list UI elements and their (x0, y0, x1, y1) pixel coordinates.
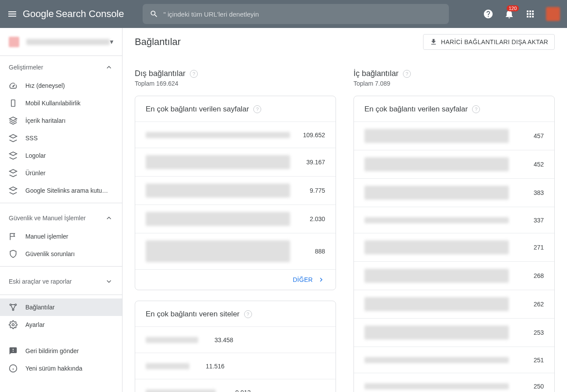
redacted-url (146, 363, 189, 369)
table-row[interactable]: 2.030 (135, 205, 336, 233)
table-row[interactable]: 383 (354, 178, 554, 207)
column-title: Dış bağlantılar (135, 69, 186, 78)
svg-point-6 (10, 304, 11, 305)
chevron-up-icon (105, 214, 113, 222)
row-value: 888 (299, 248, 325, 255)
section-legacy[interactable]: Eski araçlar ve raporlar (0, 270, 122, 291)
menu-icon[interactable] (7, 9, 18, 19)
help-icon[interactable]: ? (403, 70, 411, 78)
mobile-icon (9, 99, 18, 108)
user-avatar[interactable] (546, 7, 560, 21)
nav-label: Logolar (25, 152, 46, 159)
shield-icon (9, 250, 18, 258)
section-label: Geliştirmeler (9, 64, 43, 71)
gear-icon (9, 320, 18, 329)
section-enhancements[interactable]: Geliştirmeler (0, 56, 122, 77)
nav-about[interactable]: Yeni sürüm hakkında (0, 360, 122, 377)
table-row[interactable]: 457 (354, 121, 554, 150)
table-row[interactable]: 268 (354, 261, 554, 290)
nav-speed[interactable]: Hız (deneysel) (0, 77, 122, 94)
table-row[interactable]: 109.652 (135, 121, 336, 148)
row-value: 383 (518, 189, 544, 196)
feedback-icon (9, 347, 18, 355)
layers-icon (9, 151, 18, 160)
notifications-icon[interactable]: 120 (504, 9, 514, 19)
table-row[interactable]: 452 (354, 150, 554, 178)
row-value: 262 (518, 301, 544, 308)
table-row[interactable]: 271 (354, 233, 554, 261)
property-selector[interactable]: ▾ (0, 28, 122, 56)
table-row[interactable]: 337 (354, 207, 554, 233)
info-icon (9, 364, 18, 373)
nav-label: Ayarlar (25, 321, 45, 328)
nav-label: Google Sitelinks arama kutu… (25, 187, 108, 194)
nav-settings[interactable]: Ayarlar (0, 316, 122, 333)
search-input[interactable] (164, 10, 442, 18)
card-top-linking-sites: En çok bağlantı veren siteler? 33.458 11… (135, 301, 336, 392)
redacted-url (146, 212, 290, 226)
table-row[interactable]: 9.912 (135, 379, 336, 392)
nav-security-issues[interactable]: Güvenlik sorunları (0, 245, 122, 263)
divider (0, 266, 122, 267)
table-row[interactable]: 888 (135, 233, 336, 269)
nav-label: Manuel işlemler (25, 233, 68, 240)
search-bar[interactable] (143, 4, 449, 24)
divider (0, 295, 122, 295)
nav-mobile[interactable]: Mobil Kullanılabilirlik (0, 94, 122, 112)
help-icon[interactable] (483, 9, 494, 19)
links-icon (9, 303, 18, 312)
nav-feedback[interactable]: Geri bildirim gönder (0, 342, 122, 360)
more-button[interactable]: DİĞER (135, 269, 336, 290)
help-icon[interactable]: ? (253, 105, 261, 113)
layers-icon (9, 134, 18, 142)
export-label: HARİCİ BAĞLANTILARI DIŞA AKTAR (441, 38, 548, 45)
table-row[interactable]: 253 (354, 318, 554, 347)
row-value: 271 (518, 244, 544, 251)
table-row[interactable]: 250 (354, 373, 554, 392)
help-icon[interactable]: ? (244, 310, 252, 318)
table-row[interactable]: 251 (354, 347, 554, 373)
header-actions: 120 (483, 7, 560, 21)
table-row[interactable]: 9.775 (135, 176, 336, 205)
redacted-url (146, 389, 216, 392)
nav-manual-actions[interactable]: Manuel işlemler (0, 228, 122, 245)
table-row[interactable]: 33.458 (135, 326, 336, 353)
download-icon (430, 38, 438, 46)
table-row[interactable]: 11.516 (135, 353, 336, 379)
row-value: 337 (518, 217, 544, 224)
search-icon (150, 10, 158, 18)
card-title: En çok bağlantı verilen sayfalar (146, 105, 249, 114)
nav-faq[interactable]: SSS (0, 129, 122, 147)
chevron-up-icon (105, 63, 113, 72)
svg-rect-0 (11, 100, 15, 107)
card-top-linked-pages-external: En çok bağlantı verilen sayfalar? 109.65… (135, 96, 336, 290)
page-header: Bağlantılar HARİCİ BAĞLANTILARI DIŞA AKT… (122, 28, 567, 56)
nav-products[interactable]: Ürünler (0, 164, 122, 182)
nav-logos[interactable]: Logolar (0, 147, 122, 164)
column-total: Toplam 169.624 (135, 80, 336, 87)
table-row[interactable]: 262 (354, 290, 554, 318)
nav-label: Hız (deneysel) (25, 82, 65, 89)
property-icon (9, 37, 19, 47)
property-name (26, 39, 110, 45)
section-label: Eski araçlar ve raporlar (9, 278, 72, 285)
logo-product: Search Console (56, 8, 124, 20)
help-icon[interactable]: ? (472, 105, 480, 113)
help-icon[interactable]: ? (190, 70, 198, 78)
nav-links[interactable]: Bağlantılar (0, 298, 122, 316)
nav-sitemaps[interactable]: İçerik haritaları (0, 112, 122, 129)
layers-icon (9, 169, 18, 177)
divider (0, 203, 122, 203)
redacted-url (364, 269, 509, 283)
section-security[interactable]: Güvenlik ve Manuel İşlemler (0, 207, 122, 228)
row-value: 11.516 (198, 363, 224, 370)
row-value: 109.652 (299, 132, 325, 139)
table-row[interactable]: 39.167 (135, 148, 336, 176)
redacted-url (364, 217, 509, 223)
export-button[interactable]: HARİCİ BAĞLANTILARI DIŞA AKTAR (423, 34, 555, 50)
more-label: DİĞER (293, 276, 313, 283)
apps-icon[interactable] (525, 9, 536, 19)
app-logo: Google Search Console (23, 8, 124, 20)
row-value: 39.167 (299, 159, 325, 166)
nav-sitelinks[interactable]: Google Sitelinks arama kutu… (0, 182, 122, 199)
